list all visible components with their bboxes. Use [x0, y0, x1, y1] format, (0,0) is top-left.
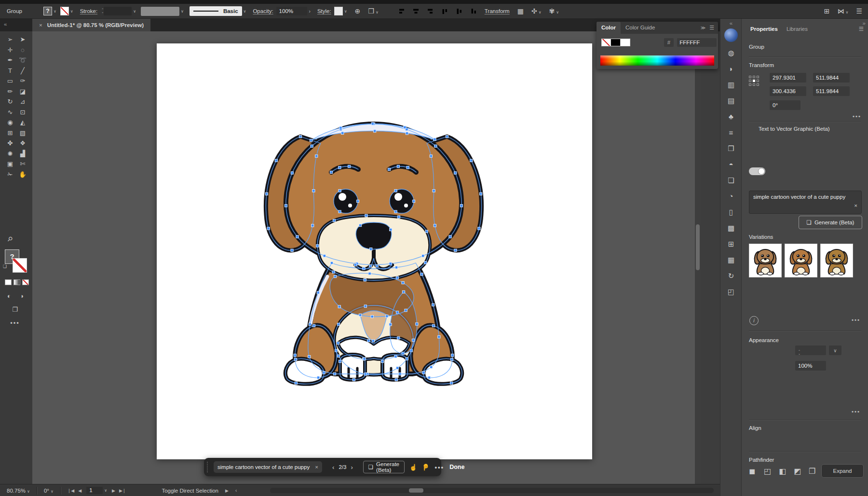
anchor-point[interactable] [312, 324, 315, 327]
anchor-point[interactable] [317, 376, 319, 379]
dock-pathfinder-icon[interactable]: ▩ [720, 224, 742, 233]
dock-stroke-icon[interactable]: ▥ [720, 81, 742, 89]
anchor-point[interactable] [404, 126, 406, 128]
globe-icon[interactable]: ⊕ [355, 7, 361, 15]
anchor-point[interactable] [412, 200, 415, 202]
transform-link[interactable]: Transform [485, 8, 510, 14]
anchor-point[interactable] [339, 126, 342, 129]
anchor-point[interactable] [396, 311, 398, 314]
app-menu-icon[interactable]: ☰ [856, 7, 862, 15]
pathfinder-exclude-icon[interactable]: ◩ [794, 467, 801, 476]
none-button[interactable] [22, 279, 29, 285]
curvature-tool[interactable]: ➰ [16, 55, 29, 65]
align-left-icon[interactable] [397, 8, 406, 15]
anchor-point[interactable] [330, 262, 333, 264]
anchor-point[interactable] [323, 372, 325, 374]
anchor-point[interactable] [359, 224, 361, 226]
more-options-icon[interactable]: ••• [852, 317, 860, 323]
tab-color[interactable]: Color [597, 22, 621, 34]
previous-artboard-icon[interactable]: ◀ [78, 488, 81, 493]
opacity-label[interactable]: Opacity: [253, 8, 273, 14]
draw-normal-icon[interactable]: ◐ [3, 291, 15, 301]
anchor-point[interactable] [267, 227, 270, 230]
anchor-point[interactable] [309, 323, 311, 325]
anchor-point[interactable] [333, 372, 336, 375]
eraser-tool[interactable]: ◪ [16, 86, 29, 96]
anchor-point[interactable] [424, 262, 426, 264]
stroke-weight-field[interactable]: ⌃⌄ [795, 345, 826, 355]
anchor-point[interactable] [420, 273, 423, 276]
rotation-field[interactable]: 0° [770, 100, 800, 110]
anchor-point[interactable] [402, 281, 404, 284]
anchor-point[interactable] [460, 205, 462, 207]
align-hcenter-icon[interactable] [412, 8, 420, 15]
anchor-point[interactable] [390, 228, 392, 231]
anchor-point[interactable] [395, 378, 397, 381]
opacity-picker-arrow[interactable]: › [309, 9, 311, 14]
variation-thumbnail-3[interactable] [820, 244, 853, 277]
prompt-input[interactable]: simple cartoon vector of a cute puppy × [749, 191, 862, 214]
zoom-level-field[interactable]: 80.75%∨ [7, 488, 30, 494]
puppy-vector-artwork[interactable] [219, 99, 528, 388]
anchor-point[interactable] [406, 358, 408, 360]
horizontal-scrollbar-thumb[interactable] [409, 488, 423, 493]
anchor-point[interactable] [310, 139, 312, 141]
artboard[interactable] [157, 43, 592, 459]
none-swatch[interactable] [601, 39, 611, 46]
swap-fill-stroke-icon[interactable]: ❏ [3, 264, 7, 269]
anchor-point[interactable] [407, 166, 409, 169]
anchor-point[interactable] [416, 323, 418, 325]
dock-asset-export-icon[interactable]: ◓ [720, 160, 742, 168]
anchor-point[interactable] [316, 245, 319, 247]
variation-thumbnail-1[interactable] [749, 244, 782, 277]
align-bottom-icon[interactable] [470, 8, 478, 15]
anchor-point[interactable] [389, 262, 392, 265]
info-icon[interactable]: i [749, 316, 759, 325]
chevron-down-icon[interactable]: ∨ [104, 488, 107, 493]
anchor-point[interactable] [338, 305, 340, 308]
h-field[interactable]: 511.9844 [813, 86, 850, 96]
anchor-point[interactable] [334, 275, 336, 277]
anchor-point[interactable] [308, 356, 310, 358]
gradient-button[interactable] [14, 279, 20, 285]
lasso-tool[interactable]: ◌ [16, 45, 29, 55]
drag-handle[interactable] [207, 462, 208, 472]
style-swatch-control[interactable]: ∨ [334, 7, 347, 15]
recolor-artwork-icon[interactable]: ✾∨ [549, 7, 559, 15]
rectangle-tool[interactable]: ▭ [4, 76, 16, 86]
anchor-point[interactable] [412, 339, 414, 341]
anchor-point[interactable] [399, 372, 401, 375]
direct-selection-tool[interactable]: ➤ [16, 34, 29, 44]
anchor-point[interactable] [434, 224, 436, 227]
anchor-point[interactable] [428, 376, 430, 379]
anchor-point[interactable] [369, 248, 372, 250]
vertical-scrollbar[interactable] [695, 31, 701, 484]
chevron-down-icon[interactable]: ∨ [133, 9, 136, 14]
anchor-point[interactable] [368, 272, 371, 275]
type-tool[interactable]: T [4, 66, 16, 76]
knife-tool[interactable]: ✁ [4, 169, 16, 179]
pen-tool[interactable]: ✒ [4, 55, 16, 65]
anchor-point[interactable] [299, 135, 301, 138]
anchor-point[interactable] [397, 337, 400, 339]
anchor-point[interactable] [432, 324, 434, 327]
stroke-color-proxy[interactable] [13, 258, 27, 273]
width-tool[interactable]: ∿ [4, 107, 16, 117]
chevron-down-icon[interactable]: ∨ [244, 9, 246, 14]
scale-tool[interactable]: ⊿ [16, 96, 29, 107]
hand-tool[interactable]: ✋ [16, 169, 29, 179]
chevron-down-icon[interactable]: ∨ [846, 10, 849, 14]
panel-menu-icon[interactable]: ☰ [709, 25, 714, 31]
anchor-point[interactable] [364, 279, 366, 281]
anchor-point[interactable] [405, 309, 407, 312]
hint-expand-icon[interactable]: ▶ [225, 488, 229, 493]
workspace-grid-icon[interactable]: ⊞ [824, 7, 830, 15]
more-options-icon[interactable]: ••• [853, 113, 861, 119]
anchor-point[interactable] [450, 358, 453, 360]
dock-links-icon[interactable]: ▦ [720, 256, 742, 264]
anchor-point[interactable] [337, 323, 339, 325]
x-field[interactable]: 297.9301 [770, 73, 806, 83]
anchor-point[interactable] [353, 378, 355, 381]
clear-prompt-icon[interactable]: × [315, 464, 318, 470]
anchor-point[interactable] [364, 373, 366, 375]
